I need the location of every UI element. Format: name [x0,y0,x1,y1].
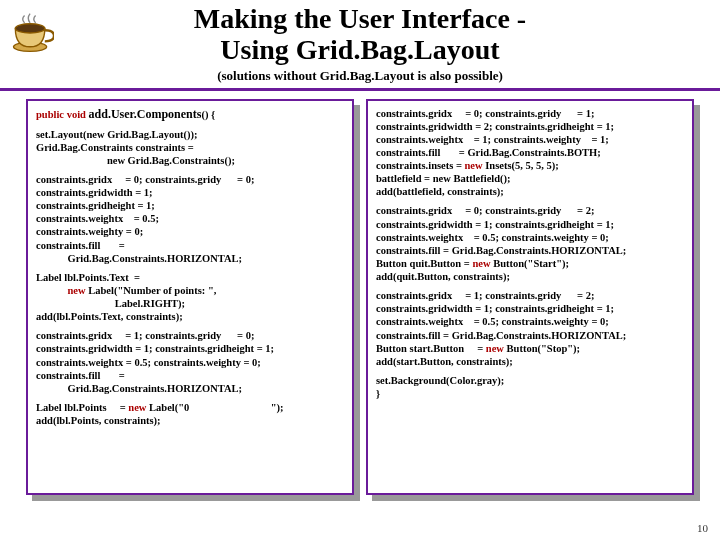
slide-subtitle: (solutions without Grid.Bag.Layout is al… [0,68,720,84]
code-block: constraints.gridx = 0; constraints.gridy… [36,173,344,265]
code-block: set.Background(Color.gray); } [376,374,684,400]
keyword: new [486,343,504,354]
keyword: public void [36,109,89,120]
code-block: constraints.gridx = 1; constraints.gridy… [36,329,344,395]
code-block: constraints.gridx = 1; constraints.gridy… [376,289,684,368]
code-box-right: constraints.gridx = 0; constraints.gridy… [366,99,694,495]
code-line: public void add.User.Components() { [36,107,344,122]
slide-title: Making the User Interface - Using Grid.B… [0,4,720,66]
svg-point-1 [15,24,44,33]
code-block: constraints.gridx = 0; constraints.gridy… [376,107,684,199]
coffee-cup-icon [8,10,54,56]
code-text: () { [201,109,215,120]
code-block: Label lbl.Points = new Label("0 "); add(… [36,401,344,427]
keyword: new [472,258,490,269]
page-number: 10 [697,522,708,534]
right-code-panel: constraints.gridx = 0; constraints.gridy… [366,99,694,495]
code-block: Label lbl.Points.Text = new Label("Numbe… [36,271,344,324]
keyword: new [68,285,86,296]
code-box-left: public void add.User.Components() { set.… [26,99,354,495]
code-block: constraints.gridx = 0; constraints.gridy… [376,204,684,283]
title-line-2: Using Grid.Bag.Layout [220,34,499,65]
keyword: new [465,160,483,171]
code-text: Label lbl.Points = [36,402,128,413]
content-row: public void add.User.Components() { set.… [0,99,720,495]
title-line-1: Making the User Interface - [194,3,526,34]
divider-line [0,88,720,91]
method-name: add.User.Components [89,107,202,121]
slide-header: Making the User Interface - Using Grid.B… [0,0,720,84]
code-block: set.Layout(new Grid.Bag.Layout()); Grid.… [36,128,344,167]
left-code-panel: public void add.User.Components() { set.… [26,99,354,495]
keyword: new [128,402,146,413]
